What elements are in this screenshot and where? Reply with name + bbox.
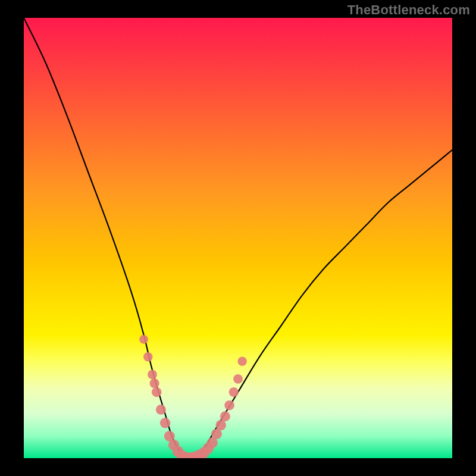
watermark-text: TheBottleneck.com [347, 2, 470, 18]
marker-dot [229, 387, 239, 397]
marker-dot [216, 420, 226, 430]
marker-dot [220, 411, 230, 421]
marker-dot [238, 357, 247, 366]
marker-dot [233, 374, 243, 384]
outer-frame: TheBottleneck.com [0, 0, 476, 476]
marker-dot [143, 352, 152, 361]
marker-dot [152, 387, 162, 397]
marker-dot [139, 335, 148, 344]
marker-dot [148, 370, 157, 380]
plot-area [24, 18, 452, 458]
chart-svg [24, 18, 452, 458]
marker-dot [224, 400, 234, 411]
marker-dot [150, 378, 159, 388]
marker-group [139, 335, 247, 458]
marker-dot [160, 418, 170, 428]
marker-dot [156, 405, 166, 415]
